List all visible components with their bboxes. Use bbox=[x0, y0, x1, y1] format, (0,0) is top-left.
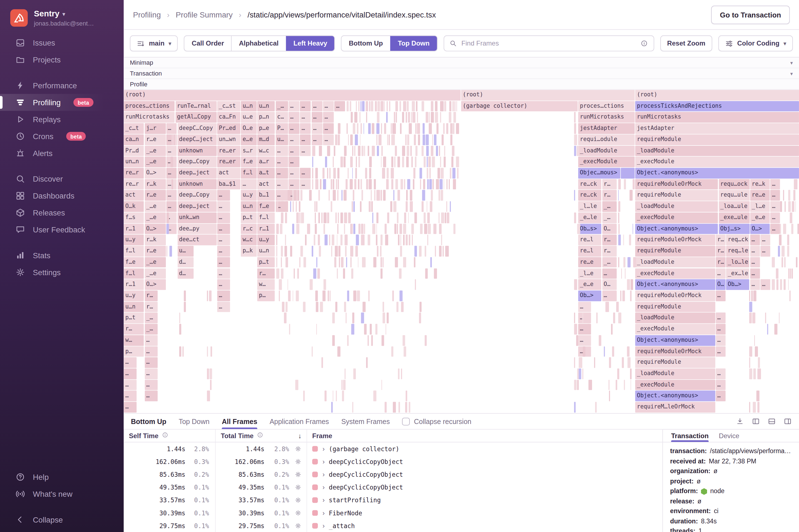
flame-frame[interactable]: u…n bbox=[124, 302, 144, 312]
flame-frame-small[interactable] bbox=[360, 134, 360, 145]
flame-frame-small[interactable] bbox=[353, 290, 356, 301]
sidebar-item-profiling[interactable]: Profilingbeta bbox=[0, 94, 124, 111]
flame-frame[interactable]: … bbox=[716, 335, 725, 346]
flame-frame[interactable]: c… bbox=[276, 112, 288, 123]
flame-frame-small[interactable] bbox=[184, 302, 186, 312]
flame-frame-small[interactable] bbox=[754, 335, 755, 346]
table-row[interactable]: 49.35ms0.1%49.35ms0.1%›deepCyclicCopyObj… bbox=[124, 481, 662, 494]
flame-frame-small[interactable] bbox=[450, 201, 451, 212]
flame-frame-small[interactable] bbox=[312, 146, 315, 156]
flame-frame-small[interactable] bbox=[787, 246, 789, 256]
flame-frame-small[interactable] bbox=[282, 302, 284, 312]
flame-frame-small[interactable] bbox=[440, 112, 441, 123]
flame-frame-small[interactable] bbox=[408, 212, 409, 223]
flame-frame[interactable]: u…e bbox=[241, 112, 257, 123]
flame-frame[interactable]: _…e bbox=[145, 212, 166, 223]
flame-frame-small[interactable] bbox=[333, 391, 333, 401]
flame-frame-small[interactable] bbox=[574, 190, 575, 201]
flame-frame-small[interactable] bbox=[408, 112, 410, 123]
flame-frame-small[interactable] bbox=[337, 224, 338, 234]
flame-frame[interactable]: f…l bbox=[124, 268, 144, 279]
flame-frame-small[interactable] bbox=[450, 168, 451, 178]
flame-frame-small[interactable] bbox=[327, 146, 330, 156]
flame-frame[interactable]: … bbox=[312, 123, 322, 134]
flame-frame-small[interactable] bbox=[396, 302, 398, 312]
flame-frame[interactable]: r… bbox=[716, 235, 725, 245]
flame-frame-small[interactable] bbox=[358, 146, 360, 156]
flame-frame-small[interactable] bbox=[356, 235, 359, 245]
flame-frame-small[interactable] bbox=[321, 357, 323, 368]
flame-frame-small[interactable] bbox=[376, 212, 378, 223]
flame-frame-small[interactable] bbox=[772, 257, 775, 268]
flame-frame[interactable]: _loadModule bbox=[635, 368, 715, 379]
flame-frame[interactable]: _…e bbox=[145, 146, 166, 156]
flame-frame-small[interactable] bbox=[772, 279, 775, 290]
flame-frame[interactable]: O…> bbox=[145, 224, 166, 234]
table-row[interactable]: 1.44s2.8%1.44s2.8%›(garbage collector) bbox=[124, 442, 662, 455]
flame-frame-small[interactable] bbox=[439, 146, 440, 156]
flame-frame-small[interactable] bbox=[414, 257, 415, 268]
flame-frame-small[interactable] bbox=[422, 134, 425, 145]
flame-frame-small[interactable] bbox=[428, 157, 431, 167]
flame-frame-small[interactable] bbox=[363, 302, 366, 312]
sidebar-item-performance[interactable]: Performance bbox=[0, 77, 124, 94]
flame-frame-small[interactable] bbox=[322, 212, 323, 223]
flame-frame[interactable]: … bbox=[323, 134, 334, 145]
sentry-logo-icon[interactable] bbox=[10, 9, 28, 27]
flame-frame-small[interactable] bbox=[336, 391, 336, 401]
flame-frame-small[interactable] bbox=[781, 246, 784, 256]
flame-frame[interactable]: m…d bbox=[257, 134, 275, 145]
flame-frame[interactable]: … bbox=[217, 290, 230, 301]
flame-frame-small[interactable] bbox=[371, 335, 373, 346]
flame-frame-small[interactable] bbox=[296, 224, 299, 234]
flame-frame-small[interactable] bbox=[301, 212, 304, 223]
flame-frame-small[interactable] bbox=[395, 257, 398, 268]
flame-frame-small[interactable] bbox=[372, 212, 373, 223]
flame-frame-small[interactable] bbox=[441, 235, 442, 245]
flame-frame-small[interactable] bbox=[405, 112, 407, 123]
flame-frame-small[interactable] bbox=[341, 380, 342, 390]
flame-frame-small[interactable] bbox=[399, 268, 402, 279]
flame-frame[interactable]: r…c bbox=[241, 224, 257, 234]
flame-frame-small[interactable] bbox=[451, 157, 453, 167]
flame-frame[interactable]: … bbox=[750, 235, 760, 245]
gear-icon[interactable] bbox=[289, 445, 307, 452]
flame-frame[interactable]: _loadModule bbox=[635, 201, 718, 212]
flame-frame[interactable]: … bbox=[716, 368, 725, 379]
flame-frame[interactable]: … bbox=[289, 134, 299, 145]
flame-frame-small[interactable] bbox=[285, 302, 287, 312]
flame-frame-small[interactable] bbox=[609, 391, 610, 401]
flame-frame[interactable]: … bbox=[217, 268, 230, 279]
flame-frame-small[interactable] bbox=[411, 224, 414, 234]
flame-frame-small[interactable] bbox=[329, 190, 330, 201]
flame-frame-small[interactable] bbox=[425, 335, 426, 346]
flame-frame-small[interactable] bbox=[617, 368, 619, 379]
flame-frame[interactable]: r…k bbox=[145, 179, 166, 190]
flame-frame-small[interactable] bbox=[599, 335, 601, 346]
flame-frame-small[interactable] bbox=[281, 246, 283, 256]
flame-frame[interactable]: requireModuleOrMock bbox=[635, 346, 715, 357]
flame-frame[interactable]: w… bbox=[124, 335, 144, 346]
flame-frame-small[interactable] bbox=[319, 146, 322, 156]
expand-chevron-icon[interactable]: › bbox=[322, 445, 325, 453]
flame-frame-small[interactable] bbox=[425, 246, 426, 256]
flame-frame-small[interactable] bbox=[779, 312, 780, 323]
flame-frame-small[interactable] bbox=[333, 168, 336, 178]
flame-frame[interactable]: u…y bbox=[241, 190, 257, 201]
flame-frame-small[interactable] bbox=[354, 146, 355, 156]
flame-frame[interactable]: re…l bbox=[578, 235, 601, 245]
flame-frame-small[interactable] bbox=[383, 312, 385, 323]
flame-frame[interactable]: requ…ule bbox=[719, 190, 749, 201]
flame-frame-small[interactable] bbox=[382, 168, 385, 178]
flame-frame-small[interactable] bbox=[362, 190, 363, 201]
flame-frame-small[interactable] bbox=[454, 112, 457, 123]
flame-frame[interactable]: _loadModule bbox=[635, 257, 715, 268]
flame-frame-small[interactable] bbox=[175, 134, 177, 145]
flame-frame-small[interactable] bbox=[171, 179, 173, 190]
flame-frame[interactable]: un…n bbox=[124, 157, 144, 167]
flame-frame[interactable]: … bbox=[750, 246, 760, 256]
flame-frame-small[interactable] bbox=[287, 190, 291, 201]
flame-frame-small[interactable] bbox=[391, 134, 394, 145]
flame-frame-small[interactable] bbox=[337, 168, 339, 178]
flame-frame[interactable]: … bbox=[276, 146, 288, 156]
